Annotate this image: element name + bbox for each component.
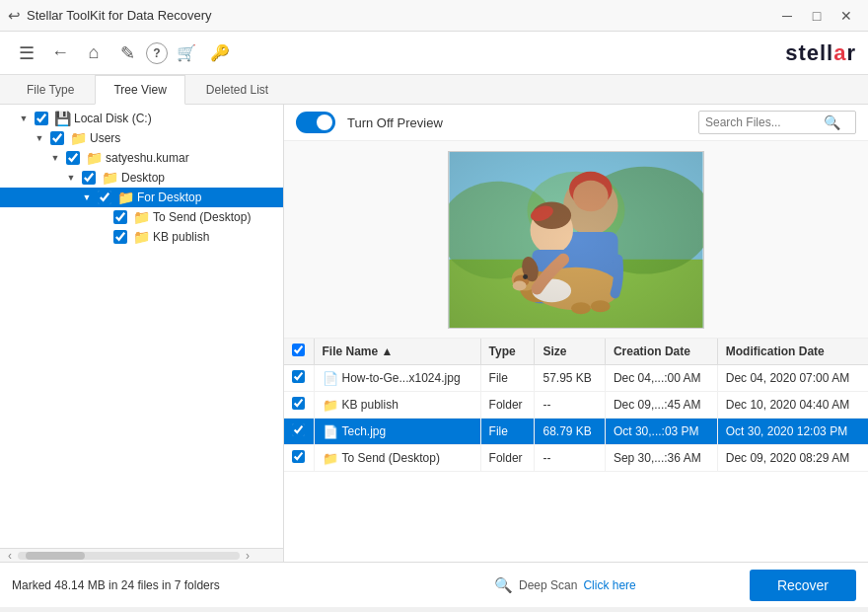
edit-icon[interactable]: ✎ xyxy=(112,38,142,68)
tree-label-users: Users xyxy=(90,131,120,145)
table-row[interactable]: 📁KB publish Folder -- Dec 09,...:45 AM D… xyxy=(284,392,868,419)
folder-icon-tosend: 📁 xyxy=(133,209,150,225)
maximize-button[interactable]: □ xyxy=(803,5,831,27)
file-icon: 📄 xyxy=(323,424,338,439)
checkbox-satyeshu[interactable] xyxy=(66,151,80,165)
td-type: File xyxy=(480,419,535,445)
checkbox-desktop[interactable] xyxy=(82,171,96,185)
home-icon[interactable]: ⌂ xyxy=(79,38,108,68)
minimize-button[interactable]: ─ xyxy=(773,5,801,27)
tab-file-type[interactable]: File Type xyxy=(8,75,93,104)
table-row[interactable]: 📁To Send (Desktop) Folder -- Sep 30,...:… xyxy=(284,445,868,472)
filename-text: How-to-Ge...x1024.jpg xyxy=(342,371,461,385)
row-checkbox[interactable] xyxy=(292,370,305,383)
checkbox-kbpublish[interactable] xyxy=(113,230,127,244)
scroll-track xyxy=(18,552,240,560)
help-icon[interactable]: ? xyxy=(146,42,168,64)
tree-label-desktop: Desktop xyxy=(121,171,165,185)
close-button[interactable]: ✕ xyxy=(832,5,860,27)
td-size: -- xyxy=(535,445,605,472)
tree-item-satyeshu[interactable]: ▼ 📁 satyeshu.kumar xyxy=(0,148,283,168)
scroll-thumb[interactable] xyxy=(26,552,85,560)
scroll-left-btn[interactable]: ‹ xyxy=(2,549,18,562)
tree-item-local-disk[interactable]: ▼ 💾 Local Disk (C:) xyxy=(0,109,283,128)
search-box[interactable]: 🔍 xyxy=(698,111,856,134)
status-bar: Marked 48.14 MB in 24 files in 7 folders… xyxy=(0,562,868,607)
tree-scrollbar[interactable]: ‹ › xyxy=(0,548,283,562)
deep-scan-icon: 🔍 xyxy=(494,576,513,594)
tree-item-kbpublish[interactable]: ▶ 📁 KB publish xyxy=(0,227,283,247)
col-header-checkbox[interactable] xyxy=(284,339,314,365)
preview-toggle[interactable] xyxy=(296,112,335,133)
expand-btn-desktop[interactable]: ▼ xyxy=(63,170,79,186)
expand-btn-local-disk[interactable]: ▼ xyxy=(16,111,32,126)
preview-area xyxy=(284,141,868,339)
td-size: -- xyxy=(535,392,605,419)
tree-item-tosend[interactable]: ▶ 📁 To Send (Desktop) xyxy=(0,207,283,227)
preview-toolbar: Turn Off Preview 🔍 xyxy=(284,105,868,141)
td-checkbox xyxy=(284,365,314,392)
search-icon: 🔍 xyxy=(824,115,840,130)
key-icon[interactable]: 🔑 xyxy=(205,38,235,68)
td-size: 57.95 KB xyxy=(535,365,605,392)
checkbox-users[interactable] xyxy=(50,131,64,145)
recover-button[interactable]: Recover xyxy=(750,570,856,601)
tab-deleted-list[interactable]: Deleted List xyxy=(187,75,287,104)
row-checkbox[interactable] xyxy=(292,450,305,463)
tree-item-users[interactable]: ▼ 📁 Users xyxy=(0,128,283,148)
menu-icon[interactable]: ☰ xyxy=(12,38,41,68)
deep-scan-link[interactable]: Click here xyxy=(583,578,635,592)
row-checkbox[interactable] xyxy=(292,397,305,410)
td-checkbox xyxy=(284,445,314,472)
file-table-body: 📄How-to-Ge...x1024.jpg File 57.95 KB Dec… xyxy=(284,365,868,472)
table-row[interactable]: 📄How-to-Ge...x1024.jpg File 57.95 KB Dec… xyxy=(284,365,868,392)
tabs-bar: File Type Tree View Deleted List xyxy=(0,75,868,105)
table-row[interactable]: 📄Tech.jpg File 68.79 KB Oct 30,...:03 PM… xyxy=(284,419,868,445)
deep-scan-area: 🔍 Deep Scan Click here xyxy=(381,576,750,594)
td-modification: Dec 04, 2020 07:00 AM xyxy=(717,365,868,392)
back-button[interactable]: ← xyxy=(45,38,75,68)
expand-btn-satyeshu[interactable]: ▼ xyxy=(47,150,63,166)
expand-btn-users[interactable]: ▼ xyxy=(32,130,47,146)
td-filename: 📁To Send (Desktop) xyxy=(314,445,480,472)
td-size: 68.79 KB xyxy=(535,419,605,445)
checkbox-local-disk[interactable] xyxy=(35,112,48,125)
folder-icon-users: 📁 xyxy=(70,130,87,146)
drive-icon-local-disk: 💾 xyxy=(54,111,71,126)
col-header-filename[interactable]: File Name ▲ xyxy=(314,339,480,365)
main-layout: ▼ 💾 Local Disk (C:) ▼ 📁 Users xyxy=(0,105,868,562)
folder-icon-kbpublish: 📁 xyxy=(133,229,150,245)
td-checkbox xyxy=(284,392,314,419)
file-table-area: File Name ▲ Type Size Creation Date Modi… xyxy=(284,339,868,562)
search-input[interactable] xyxy=(705,115,824,129)
tree-item-desktop[interactable]: ▼ 📁 Desktop xyxy=(0,168,283,188)
status-text: Marked 48.14 MB in 24 files in 7 folders xyxy=(12,578,381,592)
tree-panel-container: ▼ 💾 Local Disk (C:) ▼ 📁 Users xyxy=(0,105,284,562)
td-filename: 📄How-to-Ge...x1024.jpg xyxy=(314,365,480,392)
checkbox-tosend[interactable] xyxy=(113,210,127,224)
tree-scroll-area: ▼ 💾 Local Disk (C:) ▼ 📁 Users xyxy=(0,109,283,544)
col-header-type[interactable]: Type xyxy=(480,339,535,365)
tree-label-fordesktop: For Desktop xyxy=(137,191,201,204)
deep-scan-label: Deep Scan xyxy=(519,578,577,592)
expand-btn-fordesktop[interactable]: ▼ xyxy=(79,190,95,205)
col-header-size[interactable]: Size xyxy=(535,339,605,365)
select-all-checkbox[interactable] xyxy=(292,344,305,356)
td-checkbox xyxy=(284,419,314,445)
back-icon: ↩ xyxy=(8,7,21,25)
td-type: Folder xyxy=(480,445,535,472)
tree-item-fordesktop[interactable]: ▼ 📁 For Desktop xyxy=(0,188,283,207)
td-creation: Dec 09,...:45 AM xyxy=(605,392,717,419)
col-header-modification[interactable]: Modification Date xyxy=(717,339,868,365)
cart-icon[interactable]: 🛒 xyxy=(172,38,201,68)
td-creation: Dec 04,...:00 AM xyxy=(605,365,717,392)
checkbox-fordesktop[interactable] xyxy=(98,191,111,204)
scroll-right-btn[interactable]: › xyxy=(240,549,255,562)
folder-icon: 📁 xyxy=(323,398,338,413)
folder-icon-fordesktop: 📁 xyxy=(117,190,134,205)
row-checkbox[interactable] xyxy=(292,423,305,436)
col-header-creation[interactable]: Creation Date xyxy=(605,339,717,365)
tab-tree-view[interactable]: Tree View xyxy=(95,75,184,105)
file-icon: 📄 xyxy=(323,371,338,386)
td-filename: 📄Tech.jpg xyxy=(314,419,480,445)
